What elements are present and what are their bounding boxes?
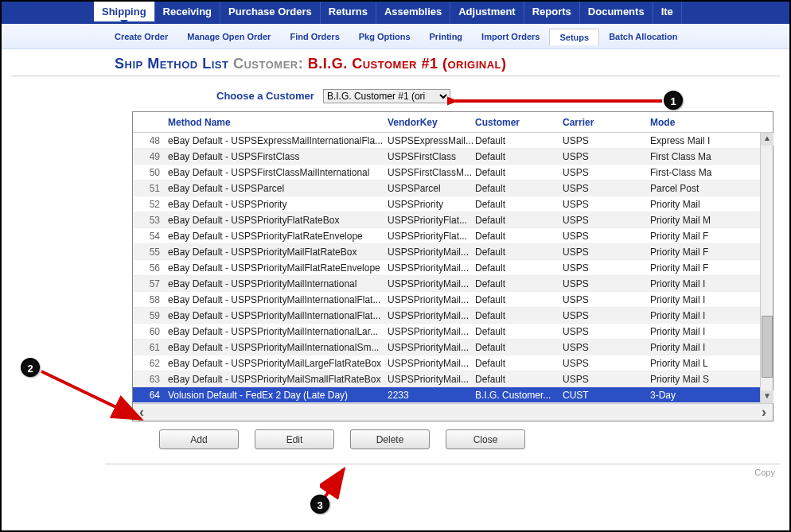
table-row[interactable]: 53eBay Default - USPSPriorityFlatRateBox…: [133, 212, 773, 228]
delete-button[interactable]: Delete: [350, 429, 430, 449]
cell-mode: Priority Mail F: [650, 262, 722, 274]
cell-vendor: USPSPriorityMail...: [388, 294, 475, 305]
callout-1: 1: [664, 91, 683, 110]
table-row[interactable]: 63eBay Default - USPSPriorityMailSmallFl…: [133, 371, 773, 387]
cell-vendor: USPSParcel: [388, 183, 475, 194]
cell-method: eBay Default - USPSPriority: [165, 199, 388, 210]
add-button[interactable]: Add: [159, 429, 239, 449]
row-number: 64: [133, 390, 165, 401]
cell-customer: Default: [475, 294, 563, 305]
cell-carrier: USPS: [563, 167, 650, 178]
nav-tab-assemblies[interactable]: Assemblies: [376, 2, 450, 24]
row-number: 58: [133, 294, 165, 305]
table-row[interactable]: 52eBay Default - USPSPriorityUSPSPriorit…: [133, 196, 773, 212]
header-mode[interactable]: Mode: [650, 117, 722, 128]
header-method[interactable]: Method Name: [165, 117, 388, 128]
subnav-printing[interactable]: Printing: [420, 29, 473, 45]
table-row[interactable]: 56eBay Default - USPSPriorityMailFlatRat…: [133, 260, 773, 276]
cell-method: eBay Default - USPSExpressMailInternatio…: [165, 135, 388, 146]
cell-mode: Priority Mail M: [650, 215, 722, 226]
cell-customer: B.I.G. Customer...: [475, 390, 563, 401]
cell-mode: 3-Day: [650, 390, 722, 401]
table-row[interactable]: 48eBay Default - USPSExpressMailInternat…: [133, 133, 773, 149]
footer: Copy: [105, 464, 780, 477]
table-row[interactable]: 61eBay Default - USPSPriorityMailInterna…: [133, 340, 773, 355]
cell-method: eBay Default - USPSPriorityMailInternati…: [165, 326, 388, 337]
table-row[interactable]: 50eBay Default - USPSFirstClassMailInter…: [133, 165, 773, 181]
subnav-manage-open-order[interactable]: Manage Open Order: [177, 29, 280, 45]
grid-header: Method Name VendorKey Customer Carrier M…: [133, 112, 773, 133]
cell-carrier: USPS: [563, 231, 650, 242]
header-customer[interactable]: Customer: [475, 117, 563, 128]
scroll-down-icon[interactable]: ▼: [761, 390, 773, 403]
customer-select[interactable]: B.I.G. Customer #1 (ori: [323, 89, 450, 103]
cell-customer: Default: [475, 183, 563, 194]
sub-nav: Create OrderManage Open OrderFind Orders…: [2, 24, 789, 49]
cell-mode: Priority Mail L: [650, 358, 722, 369]
table-row[interactable]: 57eBay Default - USPSPriorityMailInterna…: [133, 276, 773, 292]
cell-customer: Default: [475, 310, 563, 321]
row-number: 60: [133, 326, 165, 337]
cell-mode: Priority Mail: [650, 199, 722, 210]
choose-label: Choose a Customer: [216, 90, 314, 102]
cell-carrier: USPS: [563, 278, 650, 289]
nav-tab-receiving[interactable]: Receiving: [155, 2, 220, 24]
table-row[interactable]: 59eBay Default - USPSPriorityMailInterna…: [133, 308, 773, 324]
header-vendor[interactable]: VendorKey: [388, 117, 475, 128]
subnav-setups[interactable]: Setups: [549, 29, 599, 45]
nav-tab-returns[interactable]: Returns: [321, 2, 376, 24]
cell-method: eBay Default - USPSPriorityMailInternati…: [165, 294, 388, 305]
table-row[interactable]: 49eBay Default - USPSFirstClassUSPSFirst…: [133, 149, 773, 165]
cell-method: eBay Default - USPSPriorityFlatRateBox: [165, 215, 388, 226]
subnav-batch-allocation[interactable]: Batch Allocation: [599, 29, 687, 45]
subnav-find-orders[interactable]: Find Orders: [280, 29, 349, 45]
cell-mode: Priority Mail I: [650, 278, 722, 289]
scroll-right-icon[interactable]: ›: [762, 404, 766, 421]
nav-tab-ite[interactable]: Ite: [653, 2, 682, 24]
nav-tab-purchase-orders[interactable]: Purchase Orders: [220, 2, 321, 24]
table-row[interactable]: 60eBay Default - USPSPriorityMailInterna…: [133, 324, 773, 340]
subnav-import-orders[interactable]: Import Orders: [472, 29, 549, 45]
table-row[interactable]: 55eBay Default - USPSPriorityMailFlatRat…: [133, 244, 773, 260]
cell-vendor: 2233: [388, 390, 475, 401]
cell-customer: Default: [475, 278, 563, 289]
cell-customer: Default: [475, 167, 563, 178]
row-number: 48: [133, 135, 165, 146]
cell-mode: Parcel Post: [650, 183, 722, 194]
nav-tab-shipping[interactable]: Shipping: [94, 2, 155, 24]
nav-tab-documents[interactable]: Documents: [580, 2, 653, 24]
cell-vendor: USPSPriorityMail...: [388, 326, 475, 337]
cell-vendor: USPSFirstClassM...: [388, 167, 475, 178]
row-number: 63: [133, 374, 165, 385]
subnav-create-order[interactable]: Create Order: [105, 29, 177, 45]
cell-customer: Default: [475, 151, 563, 162]
cell-carrier: USPS: [563, 215, 650, 226]
vertical-scrollbar[interactable]: ▲ ▼: [760, 133, 773, 403]
scroll-left-icon[interactable]: ‹: [139, 404, 144, 421]
table-row[interactable]: 62eBay Default - USPSPriorityMailLargeFl…: [133, 355, 773, 371]
horizontal-scrollbar[interactable]: ‹ ›: [133, 403, 773, 421]
scroll-thumb[interactable]: [762, 316, 773, 378]
header-carrier[interactable]: Carrier: [563, 117, 650, 128]
edit-button[interactable]: Edit: [255, 429, 334, 449]
cell-customer: Default: [475, 215, 563, 226]
cell-mode: Express Mail I: [650, 135, 722, 146]
close-button[interactable]: Close: [446, 429, 525, 449]
subnav-pkg-options[interactable]: Pkg Options: [349, 29, 420, 45]
table-row[interactable]: 51eBay Default - USPSParcelUSPSParcelDef…: [133, 181, 773, 196]
row-number: 62: [133, 358, 165, 369]
ship-method-grid: Method Name VendorKey Customer Carrier M…: [132, 111, 773, 421]
cell-carrier: USPS: [563, 374, 650, 385]
nav-tab-adjustment[interactable]: Adjustment: [450, 2, 524, 24]
table-row[interactable]: 54eBay Default - USPSPriorityFlatRateEnv…: [133, 228, 773, 244]
scroll-up-icon[interactable]: ▲: [761, 133, 773, 146]
cell-mode: Priority Mail I: [650, 294, 722, 305]
callout-3: 3: [310, 495, 329, 514]
nav-tab-reports[interactable]: Reports: [524, 2, 580, 24]
table-row[interactable]: 64Volusion Default - FedEx 2 Day (Late D…: [133, 387, 773, 403]
cell-mode: Priority Mail S: [650, 374, 722, 385]
row-number: 52: [133, 199, 165, 210]
table-row[interactable]: 58eBay Default - USPSPriorityMailInterna…: [133, 292, 773, 308]
cell-vendor: USPSPriorityMail...: [388, 247, 475, 258]
cell-vendor: USPSPriorityMail...: [388, 278, 475, 289]
